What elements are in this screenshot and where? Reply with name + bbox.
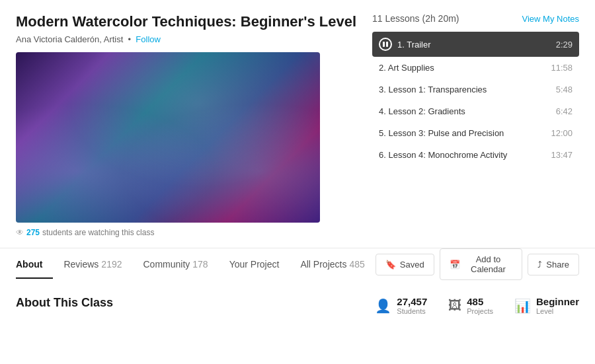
stat-value: Beginner xyxy=(536,296,579,307)
watch-count: 👁 275 students are watching this class xyxy=(16,228,356,237)
stat-label: Students xyxy=(397,307,427,315)
stat-label: Projects xyxy=(467,307,493,315)
lesson-name: 1. Trailer xyxy=(397,40,431,50)
tabs-section: AboutReviews2192Community178Your Project… xyxy=(0,248,595,280)
calendar-icon: 📅 xyxy=(450,260,460,270)
add-to-calendar-button[interactable]: 📅 Add to Calendar xyxy=(440,248,523,280)
saved-button[interactable]: 🔖 Saved xyxy=(376,254,434,275)
eye-icon: 👁 xyxy=(16,228,24,237)
lessons-count: 11 Lessons (2h 20m) xyxy=(372,13,459,24)
stat-item: 👤 27,457 Students xyxy=(375,296,427,315)
tab-about[interactable]: About xyxy=(16,250,53,279)
tab-reviews[interactable]: Reviews2192 xyxy=(53,250,132,279)
lesson-time: 11:58 xyxy=(551,63,573,73)
tab-all-projects[interactable]: All Projects485 xyxy=(290,250,375,279)
tabs-left: AboutReviews2192Community178Your Project… xyxy=(16,250,376,279)
author-line: Ana Victoria Calderón, Artist • Follow xyxy=(16,34,356,44)
video-thumbnail[interactable] xyxy=(16,52,320,223)
stat-item: 📊 Beginner Level xyxy=(514,296,579,315)
stat-icon: 🖼 xyxy=(448,298,461,313)
lesson-time: 2:29 xyxy=(556,40,573,50)
tab-community[interactable]: Community178 xyxy=(133,250,219,279)
lesson-item[interactable]: 3. Lesson 1: Transparencies 5:48 xyxy=(372,79,579,100)
tabs-right: 🔖 Saved 📅 Add to Calendar ⤴ Share xyxy=(376,248,579,280)
lesson-name: 6. Lesson 4: Monochrome Activity xyxy=(379,150,507,160)
follow-link[interactable]: Follow xyxy=(136,34,161,44)
stat-icon: 📊 xyxy=(514,298,531,314)
stat-item: 🖼 485 Projects xyxy=(448,296,493,315)
lessons-header: 11 Lessons (2h 20m) View My Notes xyxy=(372,13,579,24)
stat-value: 485 xyxy=(467,296,493,307)
view-notes-link[interactable]: View My Notes xyxy=(522,14,579,24)
lesson-name: 5. Lesson 3: Pulse and Precision xyxy=(379,128,504,138)
bookmark-icon: 🔖 xyxy=(385,260,396,270)
lesson-list: 1. Trailer 2:29 2. Art Supplies 11:58 3.… xyxy=(372,32,579,166)
pause-icon xyxy=(379,38,392,51)
lesson-name: 2. Art Supplies xyxy=(379,63,434,73)
lesson-time: 5:48 xyxy=(556,85,573,94)
lesson-time: 13:47 xyxy=(551,150,573,160)
stat-icon: 👤 xyxy=(375,298,391,314)
stat-value: 27,457 xyxy=(397,296,427,307)
lesson-name: 4. Lesson 2: Gradients xyxy=(379,106,465,116)
lesson-item[interactable]: 6. Lesson 4: Monochrome Activity 13:47 xyxy=(372,144,579,166)
stats-row: 👤 27,457 Students 🖼 485 Projects 📊 Begin… xyxy=(375,296,579,315)
lesson-time: 6:42 xyxy=(556,106,573,116)
lesson-item[interactable]: 1. Trailer 2:29 xyxy=(372,32,579,57)
about-title: About This Class xyxy=(16,296,113,310)
lesson-time: 12:00 xyxy=(551,128,573,138)
lesson-name: 3. Lesson 1: Transparencies xyxy=(379,85,487,94)
share-button[interactable]: ⤴ Share xyxy=(528,254,579,275)
course-title: Modern Watercolor Techniques: Beginner's… xyxy=(16,13,356,30)
lesson-item[interactable]: 4. Lesson 2: Gradients 6:42 xyxy=(372,100,579,122)
lesson-item[interactable]: 2. Art Supplies 11:58 xyxy=(372,57,579,79)
lesson-item[interactable]: 5. Lesson 3: Pulse and Precision 12:00 xyxy=(372,122,579,144)
stat-label: Level xyxy=(536,307,579,315)
share-icon: ⤴ xyxy=(537,260,542,270)
about-section: About This Class 👤 27,457 Students 🖼 485… xyxy=(0,280,595,320)
tab-your-project[interactable]: Your Project xyxy=(219,250,290,279)
